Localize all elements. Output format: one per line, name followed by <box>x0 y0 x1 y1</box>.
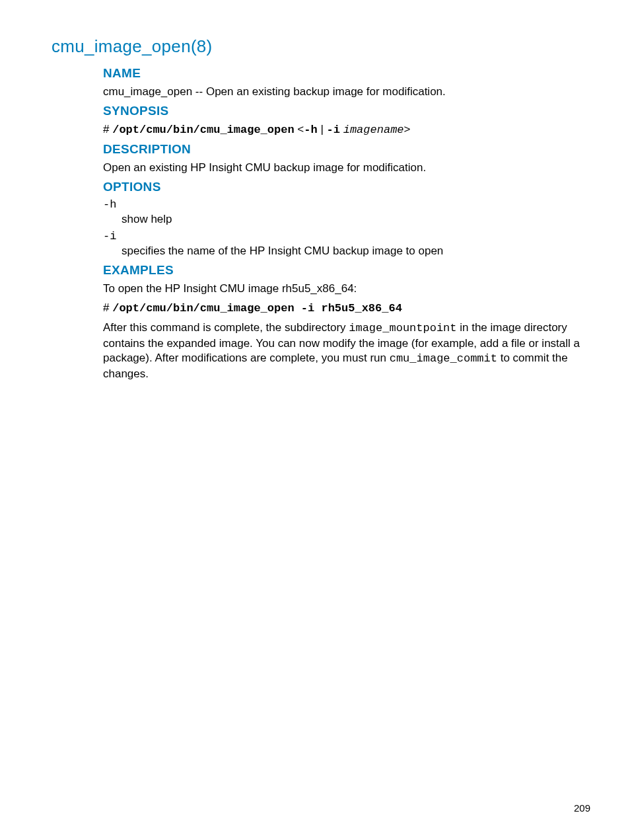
heading-examples: EXAMPLES <box>103 263 590 278</box>
synopsis-prompt: # <box>103 123 112 135</box>
content-body: NAME cmu_image_open -- Open an existing … <box>52 66 590 382</box>
man-page: cmu_image_open(8) NAME cmu_image_open --… <box>0 0 630 412</box>
synopsis-flag-h: -h <box>304 124 317 136</box>
examples-paragraph: After this command is complete, the subd… <box>103 321 590 383</box>
section-name: NAME cmu_image_open -- Open an existing … <box>103 66 590 100</box>
heading-name: NAME <box>103 66 590 81</box>
section-description: DESCRIPTION Open an existing HP Insight … <box>103 142 590 176</box>
option-flag: -i <box>103 230 590 243</box>
examples-intro: To open the HP Insight CMU image rh5u5_x… <box>103 282 590 297</box>
synopsis-pipe: | <box>318 123 327 135</box>
heading-options: OPTIONS <box>103 180 590 194</box>
section-options: OPTIONS -h show help -i specifies the na… <box>103 180 590 259</box>
synopsis-line: # /opt/cmu/bin/cmu_image_open <-h | -i i… <box>103 122 590 138</box>
section-synopsis: SYNOPSIS # /opt/cmu/bin/cmu_image_open <… <box>103 104 590 138</box>
synopsis-arg: imagename <box>343 124 404 136</box>
para-pre: After this command is complete, the subd… <box>103 321 349 334</box>
heading-synopsis: SYNOPSIS <box>103 104 590 118</box>
example-cmd-text: /opt/cmu/bin/cmu_image_open -i rh5u5_x86… <box>112 302 402 315</box>
heading-description: DESCRIPTION <box>103 142 590 157</box>
section-examples: EXAMPLES To open the HP Insight CMU imag… <box>103 263 590 383</box>
page-number: 209 <box>574 802 590 814</box>
para-code2: cmu_image_commit <box>390 352 497 365</box>
option-desc: show help <box>103 212 590 227</box>
example-command: # /opt/cmu/bin/cmu_image_open -i rh5u5_x… <box>103 301 590 317</box>
para-code1: image_mountpoint <box>349 322 456 334</box>
option-flag: -h <box>103 198 590 211</box>
name-text: cmu_image_open -- Open an existing backu… <box>103 85 590 100</box>
synopsis-lt: < <box>295 123 304 135</box>
description-text: Open an existing HP Insight CMU backup i… <box>103 161 590 176</box>
synopsis-gt: > <box>404 123 411 135</box>
example-prompt: # <box>103 301 112 314</box>
synopsis-flag-i: -i <box>327 124 340 136</box>
page-title: cmu_image_open(8) <box>52 36 590 57</box>
synopsis-cmd: /opt/cmu/bin/cmu_image_open <box>112 124 294 136</box>
option-desc: specifies the name of the HP Insight CMU… <box>103 244 590 259</box>
